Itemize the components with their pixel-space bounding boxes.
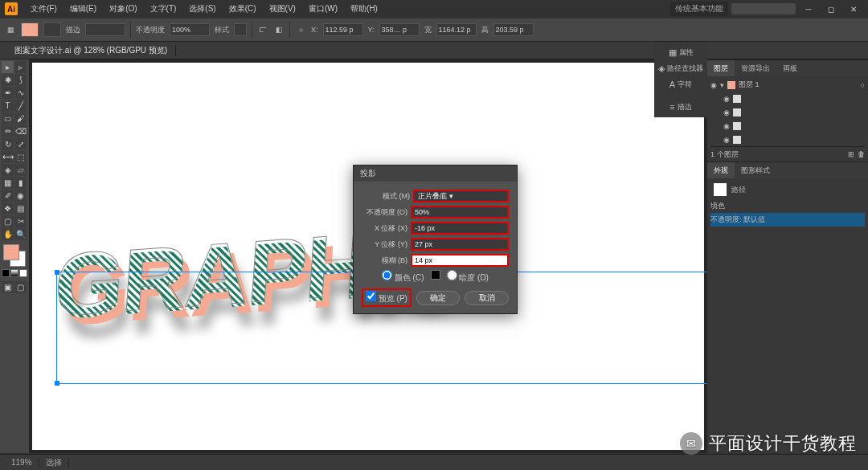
tab-graphic-styles[interactable]: 图形样式 [735,162,776,178]
panel-icon-pathfinder[interactable]: ◈ 路径查找器 [656,61,706,76]
slice-tool[interactable]: ✂ [14,215,27,227]
workspace-label[interactable]: 传统基本功能 [670,2,728,16]
symbol-tool[interactable]: ❖ [2,202,14,215]
search-input[interactable] [731,3,796,14]
fill-color[interactable] [3,244,19,260]
sublayer-3[interactable]: ◉ [723,119,865,133]
y-input[interactable] [379,23,420,36]
rectangle-tool[interactable]: ▭ [2,112,14,125]
free-transform-tool[interactable]: ⬚ [14,151,27,163]
new-layer-icon[interactable]: ⊞ [848,150,854,158]
maximize-button[interactable]: ◻ [821,2,841,15]
artboard-tool[interactable]: ▢ [2,215,14,227]
fill-stroke-colors[interactable] [2,244,27,267]
align-icon[interactable]: ⫍ [257,24,268,35]
shadow-color-swatch[interactable] [431,270,440,280]
mode-select[interactable]: 正片叠底 ▾ [413,190,509,202]
menu-window[interactable]: 窗口(W) [302,3,344,14]
appearance-swatch[interactable] [714,183,727,196]
perspective-tool[interactable]: ▱ [14,164,27,176]
handle-sw[interactable] [55,381,59,386]
zoom-tool[interactable]: 🔍 [14,228,27,240]
line-tool[interactable]: ╱ [14,100,27,112]
style-swatch[interactable] [234,23,247,36]
panel-icon-character[interactable]: A 字符 [656,77,706,92]
stroke-swatch[interactable] [43,22,61,37]
ok-button[interactable]: 确定 [416,291,461,305]
menu-help[interactable]: 帮助(H) [344,3,384,14]
shape-icon[interactable]: ◧ [273,24,285,35]
chevron-down-icon[interactable]: ▾ [720,81,724,89]
layer-row-root[interactable]: ◉ ▾ 图层 1 ○ [710,78,865,92]
screen-mode-full[interactable]: ▢ [14,281,27,293]
appearance-opacity-row[interactable]: 不透明度: 默认值 [710,213,865,227]
menu-file[interactable]: 文件(F) [24,3,63,14]
blend-tool[interactable]: ◉ [14,190,27,202]
panel-icon-stroke[interactable]: ≡ 描边 [656,100,706,114]
dialog-title[interactable]: 投影 [354,166,517,182]
panel-icon-properties[interactable]: ▦ 属性 [656,45,706,59]
sublayer-2[interactable]: ◉ [723,105,865,119]
close-button[interactable]: ✕ [844,2,863,15]
y-offset-field[interactable] [411,238,509,251]
tab-layers[interactable]: 图层 [707,60,735,76]
color-mode-gradient[interactable] [10,269,18,277]
sublayer-1[interactable]: ◉ [723,92,865,105]
tab-asset-export[interactable]: 资源导出 [735,60,776,76]
magic-wand-tool[interactable]: ✱ [2,74,14,86]
selection-tool[interactable]: ▸ [2,61,14,73]
fill-swatch[interactable] [21,22,39,37]
zoom-level[interactable]: 119% [5,458,39,467]
graph-tool[interactable]: ▤ [14,202,27,215]
x-input[interactable] [323,23,363,36]
menu-type[interactable]: 文字(T) [144,3,183,14]
tab-appearance[interactable]: 外观 [707,162,735,178]
tab-artboards[interactable]: 画板 [776,60,804,76]
color-radio[interactable]: 颜色 (C) [382,270,424,284]
stroke-weight-input[interactable] [85,23,125,36]
preview-checkbox[interactable]: 预览 (P) [362,288,411,307]
visibility-icon[interactable]: ◉ [710,81,717,89]
type-tool[interactable]: T [2,100,14,112]
document-tab[interactable]: 图案文字设计.ai @ 128% (RGB/GPU 预览) [6,45,176,56]
opacity-field[interactable] [411,206,509,219]
gradient-tool[interactable]: ▮ [14,177,27,189]
sublayer-4[interactable]: ◉ [723,133,865,146]
w-input[interactable] [436,23,477,36]
opacity-input[interactable] [170,23,210,36]
layer-name[interactable]: 图层 1 [739,80,760,90]
eraser-tool[interactable]: ⌫ [14,125,27,137]
menu-object[interactable]: 对象(O) [103,3,143,14]
shape-builder-tool[interactable]: ◈ [2,164,14,176]
minimize-button[interactable]: ─ [799,2,818,15]
rotate-tool[interactable]: ↻ [2,138,14,150]
screen-mode-normal[interactable]: ▣ [2,281,14,293]
target-icon[interactable]: ○ [861,81,865,89]
lasso-tool[interactable]: ⟆ [14,74,27,86]
paintbrush-tool[interactable]: 🖌 [14,112,27,125]
width-tool[interactable]: ⟷ [2,151,14,163]
menu-select[interactable]: 选择(S) [182,3,222,14]
direct-selection-tool[interactable]: ▹ [14,61,27,73]
cancel-button[interactable]: 取消 [465,291,509,305]
pen-tool[interactable]: ✒ [2,87,14,99]
handle-nw[interactable] [55,270,59,275]
x-offset-field[interactable] [411,222,509,235]
menu-edit[interactable]: 编辑(E) [63,3,103,14]
scale-tool[interactable]: ⤢ [14,138,27,150]
menu-view[interactable]: 视图(V) [263,3,302,14]
appearance-fill-row[interactable]: 填色 [710,199,865,213]
darkness-radio[interactable]: 暗度 (D) [447,270,489,284]
curvature-tool[interactable]: ∿ [14,87,27,99]
delete-layer-icon[interactable]: 🗑 [858,150,865,158]
menu-effect[interactable]: 效果(C) [223,3,263,14]
shaper-tool[interactable]: ✏ [2,125,14,137]
transform-icon[interactable]: ⟐ [295,24,306,35]
color-mode-solid[interactable] [2,269,10,277]
color-mode-none[interactable] [19,269,27,277]
blur-field[interactable] [411,254,509,267]
h-input[interactable] [493,23,534,36]
hand-tool[interactable]: ✋ [2,228,14,240]
mesh-tool[interactable]: ▦ [2,177,14,189]
eyedropper-tool[interactable]: ✐ [2,190,14,202]
